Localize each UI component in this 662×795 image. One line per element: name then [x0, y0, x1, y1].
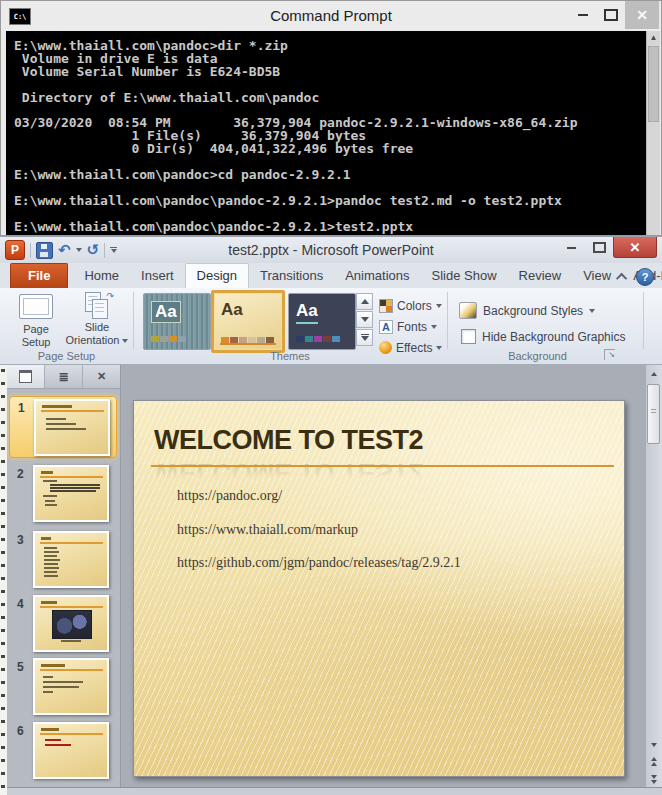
ribbon-tab[interactable]: Review [508, 264, 573, 288]
theme-effects-button[interactable]: Effects [379, 339, 442, 356]
slide-link-line[interactable]: https://github.com/jgm/pandoc/releases/t… [177, 555, 461, 589]
ribbon-tab[interactable]: Animations [334, 264, 420, 288]
slide-link-line[interactable]: https://pandoc.org/ [177, 488, 461, 522]
thumbnail-image [33, 465, 109, 522]
slides-tab-icon [19, 370, 32, 383]
theme-thumbnail-2-selected[interactable]: Aa [211, 290, 285, 353]
slide-accent-rule [151, 465, 614, 467]
pp-scrollbar[interactable] [645, 365, 662, 788]
save-icon[interactable] [36, 242, 53, 259]
cmd-minimize-button[interactable] [569, 1, 597, 29]
pp-titlebar[interactable]: test2.pptx - Microsoft PowerPoint P ↶ ↺ … [0, 237, 662, 263]
ribbon-tab-bar: FileHomeInsertDesignTransitionsAnimation… [0, 263, 662, 288]
powerpoint-app-icon[interactable]: P [5, 240, 25, 260]
fonts-icon: A [379, 320, 393, 334]
slide-thumbnail-4[interactable]: 4 [9, 593, 117, 655]
ribbon: Page Setup ↷ Slide Orientation Page Setu… [0, 288, 662, 365]
background-group-label: Background [455, 350, 620, 362]
undo-icon[interactable]: ↶ [58, 243, 71, 258]
slide-orientation-button[interactable]: ↷ Slide Orientation [62, 291, 132, 347]
scroll-up-icon[interactable] [646, 366, 662, 381]
ribbon-tab[interactable]: Slide Show [421, 264, 508, 288]
slide-body-text[interactable]: https://pandoc.org/https://www.thaiall.c… [177, 488, 461, 589]
background-window-strip [0, 365, 7, 795]
work-area: ≣ ✕ 1 2 [0, 365, 662, 795]
slide-orientation-icon: ↷ [80, 292, 114, 319]
cmd-scrollbar[interactable]: ▲ [646, 31, 660, 235]
cmd-scrollbar-thumb[interactable] [648, 46, 659, 122]
terminal-area[interactable]: E:\www.thaiall.com\pandoc>dir *.zip Volu… [6, 31, 647, 235]
terminal-output: E:\www.thaiall.com\pandoc>dir *.zip Volu… [6, 31, 647, 234]
slide-thumbnail-1[interactable]: 1 [9, 396, 117, 458]
thumbnail-image [33, 722, 109, 779]
cmd-scroll-up-icon[interactable]: ▲ [647, 31, 660, 44]
slide-thumbnail-5[interactable]: 5 [9, 656, 117, 718]
slide-title[interactable]: WELCOME TO TEST2 [154, 425, 423, 456]
slide-editor: WELCOME TO TEST2 WELCOME TO TEST2 https:… [122, 365, 645, 788]
slide-thumbnail-3[interactable]: 3 [9, 529, 117, 591]
quick-access-toolbar: P ↶ ↺ [5, 240, 117, 260]
effects-icon [379, 341, 392, 354]
page-setup-group-label: Page Setup [0, 350, 133, 362]
desktop-screen: C:\ Command Prompt ✕ E:\www.thaiall.com\… [0, 0, 662, 795]
hide-background-graphics-option[interactable]: Hide Background Graphics [461, 329, 625, 344]
theme-fonts-button[interactable]: A Fonts [379, 318, 437, 335]
ribbon-tab[interactable]: Transitions [249, 264, 334, 288]
background-dialog-launcher-icon[interactable]: ↘ [604, 349, 615, 360]
colors-icon [379, 299, 393, 313]
slides-pane: ≣ ✕ 1 2 [7, 365, 121, 788]
cmd-maximize-button[interactable] [597, 1, 625, 29]
close-pane-button[interactable]: ✕ [83, 365, 120, 388]
hide-background-graphics-checkbox[interactable] [461, 329, 476, 344]
dropdown-arrow-icon [122, 339, 128, 343]
ribbon-tab[interactable]: Home [73, 264, 130, 288]
scroll-down-icon[interactable] [646, 737, 662, 752]
previous-slide-button[interactable] [646, 754, 662, 769]
thumbnail-image [33, 658, 109, 715]
command-prompt-window: C:\ Command Prompt ✕ E:\www.thaiall.com\… [0, 0, 662, 236]
ribbon-tab[interactable]: File [10, 263, 68, 288]
slide-thumbnail-2[interactable]: 2 [9, 463, 117, 525]
status-bar-edge [7, 787, 662, 795]
next-slide-button[interactable] [646, 772, 662, 787]
customize-qat-icon[interactable] [110, 247, 117, 253]
theme-colors-button[interactable]: Colors [379, 297, 442, 314]
close-icon: ✕ [97, 370, 106, 383]
slide-thumbnail-6[interactable]: 6 [9, 720, 117, 782]
thumbnail-image [33, 595, 109, 652]
theme-thumbnail-1[interactable]: Aa [143, 293, 211, 350]
ribbon-tab[interactable]: Insert [130, 264, 185, 288]
cmd-close-button[interactable]: ✕ [625, 1, 659, 29]
pp-maximize-button[interactable] [585, 237, 613, 258]
undo-dropdown-icon[interactable] [76, 248, 82, 252]
themes-more-button[interactable] [356, 329, 373, 346]
pp-minimize-button[interactable] [557, 237, 585, 258]
ribbon-tab[interactable]: Design [185, 263, 249, 288]
ribbon-tab[interactable]: View [572, 264, 622, 288]
powerpoint-window: test2.pptx - Microsoft PowerPoint P ↶ ↺ … [0, 236, 662, 795]
slides-tab[interactable] [7, 365, 45, 388]
pp-close-button[interactable]: ✕ [613, 237, 657, 258]
background-styles-button[interactable]: Background Styles [459, 302, 595, 319]
outline-tab-icon: ≣ [58, 371, 68, 383]
help-icon[interactable]: ? [636, 268, 654, 286]
themes-scroll-up-button[interactable] [356, 293, 373, 310]
slide-title-reflection: WELCOME TO TEST2 [154, 457, 423, 488]
thumbnail-image [33, 531, 109, 588]
thumbnail-image [34, 399, 110, 456]
thumbnail-photo [52, 610, 92, 639]
pp-scrollbar-thumb[interactable] [647, 384, 660, 444]
cmd-window-title: Command Prompt [1, 7, 661, 24]
background-styles-icon [459, 302, 477, 319]
page-setup-icon [19, 294, 53, 319]
themes-scroll-down-button[interactable] [356, 311, 373, 328]
slide-link-line[interactable]: https://www.thaiall.com/markup [177, 522, 461, 556]
outline-tab[interactable]: ≣ [45, 365, 83, 388]
redo-icon[interactable]: ↺ [87, 243, 100, 258]
cmd-titlebar[interactable]: C:\ Command Prompt ✕ [1, 1, 661, 31]
page-setup-button[interactable]: Page Setup [10, 291, 62, 349]
current-slide[interactable]: WELCOME TO TEST2 WELCOME TO TEST2 https:… [133, 400, 625, 777]
theme-thumbnail-3[interactable]: Aa [288, 293, 356, 350]
